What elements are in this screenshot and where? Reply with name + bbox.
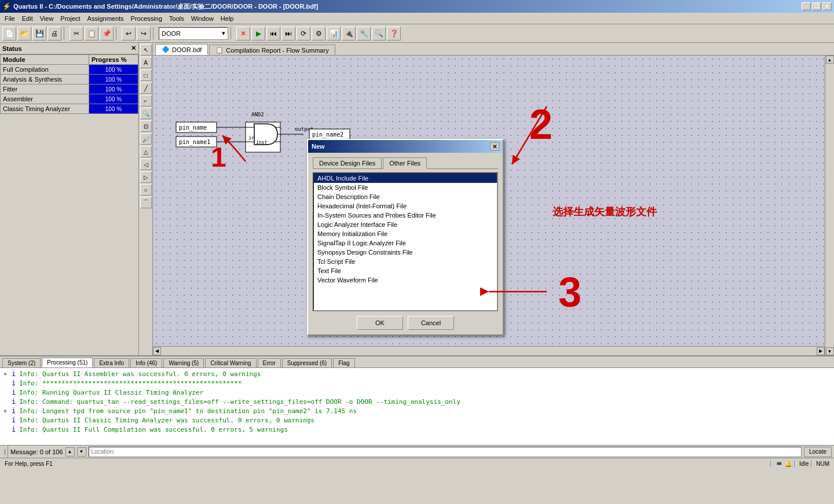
- redo-button[interactable]: ↪: [137, 27, 151, 41]
- canvas-scrollbar-h[interactable]: ◀ ▶: [153, 346, 825, 355]
- menu-view[interactable]: View: [36, 14, 57, 23]
- btn-h[interactable]: 🔍: [372, 27, 386, 41]
- dialog-tab-device[interactable]: Device Design Files: [313, 157, 382, 169]
- search-tool[interactable]: 🔎: [140, 133, 152, 145]
- file-list-item[interactable]: Logic Analyzer Interface File: [314, 220, 497, 229]
- cancel-button[interactable]: Cancel: [408, 316, 454, 330]
- expand-icon[interactable]: +: [2, 371, 8, 377]
- arc-tool[interactable]: ⌒: [140, 197, 152, 208]
- new-button[interactable]: 📄: [2, 27, 16, 41]
- status-bar: For Help, press F1 💻 🔔 Idle NUM: [0, 458, 834, 469]
- file-list-item[interactable]: Tcl Script File: [314, 257, 497, 266]
- tab-report-icon: 📋: [215, 46, 224, 54]
- scroll-down-msg[interactable]: ▼: [77, 447, 86, 457]
- scroll-up-msg[interactable]: ▲: [65, 447, 75, 457]
- paste-button[interactable]: 📌: [100, 27, 114, 41]
- tab-processing[interactable]: Processing (51): [42, 358, 93, 367]
- menu-edit[interactable]: Edit: [19, 14, 36, 23]
- dialog-tab-other[interactable]: Other Files: [383, 157, 427, 169]
- rect-tool[interactable]: □: [140, 69, 152, 81]
- line-tool[interactable]: ╱: [140, 82, 152, 94]
- tab-suppressed[interactable]: Suppressed (6): [282, 358, 332, 367]
- restore-button[interactable]: ❐: [812, 2, 821, 10]
- menu-tools[interactable]: Tools: [166, 14, 188, 23]
- locate-button[interactable]: Locate: [804, 447, 832, 457]
- tab-error[interactable]: Error: [258, 358, 281, 367]
- btn-g[interactable]: 🔧: [357, 27, 371, 41]
- copy-button[interactable]: 📋: [85, 27, 98, 41]
- text-tool[interactable]: A: [140, 57, 152, 68]
- ok-button[interactable]: OK: [357, 316, 403, 330]
- file-list-item[interactable]: Hexadecimal (Intel-Format) File: [314, 201, 497, 211]
- status-progress-cell: 100 %: [89, 104, 138, 114]
- open-button[interactable]: 📂: [17, 27, 31, 41]
- tab-system[interactable]: System (2): [2, 358, 41, 367]
- file-list-item[interactable]: Vector Waveform File: [314, 275, 497, 285]
- canvas-scrollbar-v[interactable]: ▲ ▼: [825, 56, 834, 355]
- tab-extra[interactable]: Extra Info: [94, 358, 129, 367]
- menu-project[interactable]: Project: [57, 14, 83, 23]
- close-button[interactable]: ✕: [822, 2, 832, 10]
- select-tool[interactable]: ↖: [140, 44, 152, 56]
- tab-report[interactable]: 📋 Compilation Report - Flow Summary: [209, 45, 335, 55]
- bus-tool[interactable]: ▷: [140, 171, 152, 183]
- info-icon: i: [12, 407, 16, 415]
- scroll-right[interactable]: ▶: [817, 347, 825, 355]
- tab-bdf[interactable]: 🔷 DOOR.bdf: [155, 44, 208, 55]
- assign-tool[interactable]: △: [140, 146, 152, 157]
- cut-button[interactable]: ✂: [70, 27, 83, 41]
- bend-tool[interactable]: ⌐: [140, 95, 152, 106]
- btn-e[interactable]: 📊: [327, 27, 341, 41]
- message-text: Info: Running Quartus II Classic Timing …: [19, 389, 203, 396]
- btn-f[interactable]: 🔌: [342, 27, 356, 41]
- circle-tool[interactable]: ○: [140, 184, 152, 196]
- info-icon: i: [12, 370, 16, 378]
- file-list-item[interactable]: Text File: [314, 266, 497, 275]
- tab-critical[interactable]: Critical Warning: [205, 358, 256, 367]
- tab-flag[interactable]: Flag: [333, 358, 354, 367]
- file-list[interactable]: AHDL Include FileBlock Symbol FileChain …: [313, 172, 498, 311]
- new-dialog: New ✕ Device Design Files Other Files AH…: [307, 139, 504, 336]
- messages-panel-toggle[interactable]: │: [2, 446, 8, 458]
- btn-i[interactable]: ❓: [387, 27, 401, 41]
- compile-button[interactable]: ▶: [251, 27, 265, 41]
- minimize-button[interactable]: ─: [802, 2, 811, 10]
- btn-d[interactable]: ⚙: [312, 27, 325, 41]
- scroll-down[interactable]: ▼: [826, 347, 834, 355]
- component-tool[interactable]: ⊡: [140, 120, 152, 132]
- zoom-in-tool[interactable]: 🔍: [140, 108, 152, 119]
- undo-button[interactable]: ↩: [122, 27, 136, 41]
- file-list-item[interactable]: In-System Sources and Probes Editor File: [314, 211, 497, 220]
- file-list-item[interactable]: Chain Description File: [314, 192, 497, 201]
- expand-icon[interactable]: +: [2, 408, 8, 414]
- file-list-item[interactable]: AHDL Include File: [314, 174, 497, 183]
- scroll-left[interactable]: ◀: [153, 347, 161, 355]
- message-text: Info: Quartus II Full Compilation was su…: [19, 426, 288, 433]
- file-list-item[interactable]: SignalTap II Logic Analyzer File: [314, 238, 497, 248]
- tab-warning[interactable]: Warning (5): [163, 358, 204, 367]
- menu-assignments[interactable]: Assignments: [84, 14, 127, 23]
- menu-help[interactable]: Help: [217, 14, 237, 23]
- status-table: Module Progress % Full Compilation100 %A…: [0, 54, 138, 114]
- print-button[interactable]: 🖨: [47, 27, 61, 41]
- port-tool[interactable]: ◁: [140, 159, 152, 170]
- save-button[interactable]: 💾: [32, 27, 46, 41]
- file-list-item[interactable]: Block Symbol File: [314, 183, 497, 192]
- menu-file[interactable]: File: [1, 14, 19, 23]
- status-module-cell: Analysis & Synthesis: [1, 75, 89, 84]
- status-module-cell: Full Compilation: [1, 65, 89, 75]
- menu-window[interactable]: Window: [188, 14, 217, 23]
- tab-info[interactable]: Info (46): [130, 358, 162, 367]
- stop-button[interactable]: ✕: [236, 27, 250, 41]
- btn-c[interactable]: ⟳: [297, 27, 310, 41]
- dialog-close-btn[interactable]: ✕: [490, 142, 499, 150]
- location-input[interactable]: [89, 447, 802, 457]
- btn-a[interactable]: ⏮: [266, 27, 280, 41]
- status-close[interactable]: ✕: [131, 45, 136, 52]
- menu-processing[interactable]: Processing: [127, 14, 166, 23]
- file-list-item[interactable]: Memory Initialization File: [314, 229, 497, 238]
- scroll-up[interactable]: ▲: [826, 56, 834, 64]
- file-list-item[interactable]: Synopsys Design Constraints File: [314, 248, 497, 257]
- project-combo[interactable]: DOOR ▾: [159, 27, 228, 40]
- btn-b[interactable]: ⏭: [281, 27, 295, 41]
